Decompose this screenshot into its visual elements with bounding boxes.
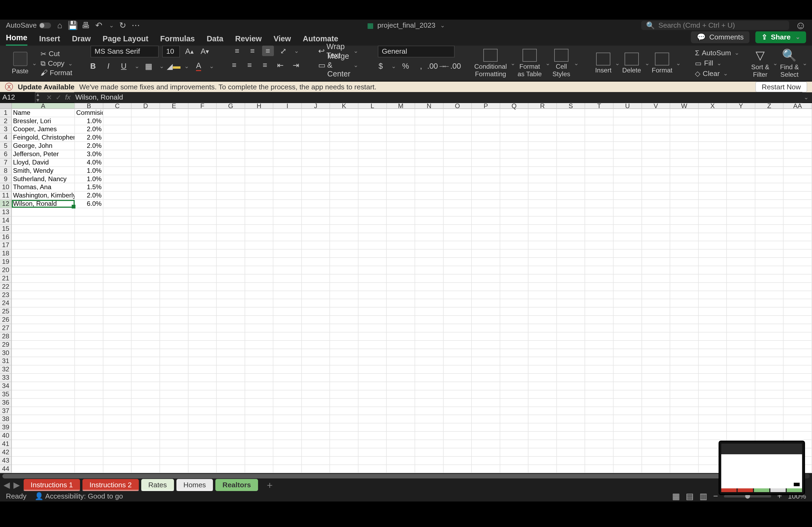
cell[interactable] (642, 258, 670, 266)
conditional-formatting-button[interactable]: Conditional Formatting (472, 49, 509, 78)
cell[interactable] (302, 167, 330, 175)
cell[interactable] (500, 407, 529, 416)
cell[interactable] (387, 324, 415, 332)
cell[interactable] (188, 357, 217, 365)
cell[interactable] (500, 225, 529, 233)
cell[interactable] (699, 233, 727, 241)
cell[interactable] (444, 307, 472, 316)
cell[interactable] (613, 125, 642, 134)
cell[interactable] (387, 225, 415, 233)
cell[interactable] (642, 208, 670, 216)
cell[interactable] (217, 390, 245, 399)
cell[interactable] (302, 457, 330, 465)
cell[interactable] (415, 125, 444, 134)
cell[interactable] (359, 241, 387, 250)
row-header[interactable]: 13 (0, 208, 12, 216)
cell[interactable] (359, 465, 387, 473)
cell[interactable] (245, 407, 274, 416)
cell[interactable] (444, 200, 472, 208)
cell[interactable] (585, 241, 613, 250)
cell[interactable] (245, 258, 274, 266)
font-size-select[interactable]: 10 (162, 46, 180, 57)
cell[interactable]: 2.0% (75, 134, 103, 142)
cell[interactable] (12, 316, 75, 324)
sort-up-icon[interactable]: ▲ (35, 92, 40, 97)
column-header[interactable]: S (557, 103, 585, 109)
cell[interactable] (103, 365, 132, 374)
cell[interactable] (359, 390, 387, 399)
cell[interactable] (670, 423, 699, 432)
cell[interactable] (160, 365, 188, 374)
cell[interactable] (528, 183, 557, 192)
cell[interactable] (245, 365, 274, 374)
cell[interactable] (444, 448, 472, 457)
cell[interactable] (699, 241, 727, 250)
cell[interactable] (359, 415, 387, 423)
cell[interactable] (557, 349, 585, 358)
column-header[interactable]: L (359, 103, 387, 109)
cell[interactable] (613, 457, 642, 465)
cell[interactable] (784, 332, 812, 341)
cell[interactable] (217, 341, 245, 349)
cell[interactable] (585, 390, 613, 399)
cell[interactable] (444, 316, 472, 324)
cell[interactable] (245, 241, 274, 250)
cell[interactable] (387, 192, 415, 200)
cell[interactable] (359, 109, 387, 117)
cell[interactable] (585, 457, 613, 465)
cell-styles-button[interactable]: Cell Styles (550, 49, 573, 78)
cell[interactable] (302, 192, 330, 200)
cell[interactable] (500, 266, 529, 274)
cell[interactable] (103, 299, 132, 307)
cell[interactable] (387, 448, 415, 457)
cell[interactable] (103, 266, 132, 274)
cell[interactable] (302, 382, 330, 390)
cell[interactable] (755, 216, 784, 225)
cell[interactable] (500, 341, 529, 349)
cell[interactable] (528, 374, 557, 382)
bold-icon[interactable]: B (87, 61, 99, 72)
cell[interactable] (103, 192, 132, 200)
cell[interactable] (415, 225, 444, 233)
cell[interactable]: Bressler, Lori (12, 117, 75, 125)
cell[interactable] (330, 399, 359, 407)
cell[interactable] (784, 407, 812, 416)
row-header[interactable]: 26 (0, 316, 12, 324)
cell[interactable] (217, 258, 245, 266)
cell[interactable] (217, 142, 245, 150)
cell[interactable] (75, 208, 103, 216)
cell[interactable] (727, 183, 755, 192)
cell[interactable] (755, 374, 784, 382)
cell[interactable] (472, 349, 500, 358)
cell[interactable] (415, 307, 444, 316)
cell[interactable] (444, 159, 472, 167)
cell[interactable] (415, 332, 444, 341)
cell[interactable] (160, 382, 188, 390)
cell[interactable] (415, 374, 444, 382)
cell[interactable] (387, 374, 415, 382)
cell[interactable] (330, 415, 359, 423)
cell[interactable] (188, 432, 217, 440)
cell[interactable] (359, 440, 387, 448)
align-center-icon[interactable]: ≡ (244, 60, 256, 71)
cell[interactable] (132, 357, 160, 365)
cell[interactable] (727, 117, 755, 125)
tab-page-layout[interactable]: Page Layout (103, 34, 148, 46)
cell[interactable] (500, 192, 529, 200)
cell[interactable] (245, 357, 274, 365)
cell[interactable] (500, 117, 529, 125)
cell[interactable] (613, 332, 642, 341)
cell[interactable] (415, 365, 444, 374)
cell[interactable] (387, 399, 415, 407)
cell[interactable] (585, 150, 613, 159)
cell[interactable] (613, 142, 642, 150)
underline-icon[interactable]: U (118, 61, 130, 72)
cell[interactable] (302, 233, 330, 241)
cell[interactable]: 2.0% (75, 125, 103, 134)
cell[interactable] (755, 233, 784, 241)
cell[interactable] (528, 233, 557, 241)
cell[interactable] (359, 200, 387, 208)
cell[interactable] (613, 324, 642, 332)
cell[interactable] (245, 382, 274, 390)
cell[interactable] (160, 258, 188, 266)
